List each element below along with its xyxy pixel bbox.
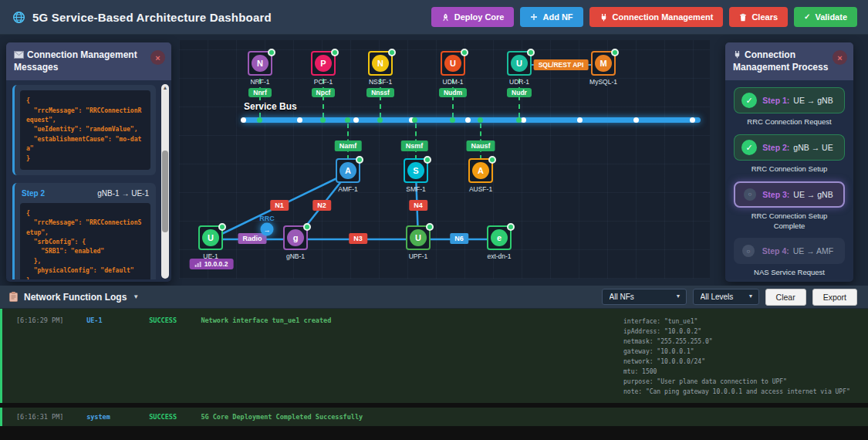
node-square-smf-1[interactable]: S: [404, 158, 428, 183]
scrollbar-up-arrow[interactable]: ▲: [161, 85, 169, 90]
node-label: AMF-1: [338, 185, 358, 193]
node-label: gNB-1: [286, 252, 305, 260]
status-dot: [426, 223, 434, 231]
page-title: 5G Service-Based Architecture Dashboard: [32, 11, 272, 24]
add-nf-button[interactable]: Add NF: [520, 7, 583, 27]
step-pending-icon: ○: [744, 188, 756, 201]
sql-rest-api-tag: SQL/REST API: [534, 59, 589, 70]
bus-endpoint-dot: [577, 117, 583, 123]
message-animation-dot: →: [261, 223, 274, 236]
log-source: UE-1: [86, 316, 145, 324]
bus-connection-dot: [412, 117, 417, 123]
node-square-nrf-1[interactable]: N: [248, 51, 272, 76]
network-topology-canvas[interactable]: Service Bus N NRF-1 Nnrf: [179, 40, 710, 279]
bus-endpoint-dot: [690, 117, 695, 123]
nsmf-tag: Nsmf: [401, 140, 428, 151]
bus-endpoint-dot: [521, 117, 526, 123]
node-square-upf-1[interactable]: U: [406, 225, 431, 250]
node-letter: U: [410, 229, 427, 246]
status-dot: [527, 49, 535, 56]
bus-endpoint-dot: [633, 117, 639, 123]
process-step-3-active[interactable]: ○ Step 3: UE → gNB: [734, 181, 845, 208]
node-square-pcf-1[interactable]: P: [311, 51, 336, 76]
export-logs-button[interactable]: Export: [812, 289, 857, 306]
validate-button[interactable]: ✓ Validate: [794, 7, 857, 27]
rocket-icon: [441, 13, 450, 22]
process-step-4[interactable]: ○ Step 4: UE → AMF: [734, 238, 845, 264]
check-icon: ✓: [804, 13, 810, 21]
node-letter: U: [444, 55, 461, 72]
connection-management-button[interactable]: Connection Management: [589, 7, 724, 27]
node-square-gnb-1[interactable]: g: [283, 225, 308, 250]
service-bus-label: Service Bus: [244, 101, 297, 112]
step-pending-icon: ○: [742, 245, 755, 257]
sbi-tag: Nnssf: [366, 88, 394, 97]
status-dot: [303, 223, 311, 231]
scrollbar-thumb[interactable]: [162, 151, 168, 232]
node-ue-1: U UE-1: [187, 225, 234, 260]
plus-icon: [530, 13, 538, 21]
node-label: UDM-1: [443, 78, 464, 86]
node-upf-1: U UPF-1: [395, 225, 441, 260]
level-filter-wrap: All Levels ▼: [693, 289, 759, 305]
process-panel-header: Connection Management Process ×: [725, 42, 853, 80]
messages-panel-body: { "rrcMessage": "RRCConnectionRequest", …: [6, 80, 171, 279]
connection-process-panel: Connection Management Process × ✓ Step 1…: [725, 42, 853, 282]
logs-area: [6:16:29 PM] UE-1 SUCCESS Network interf…: [0, 309, 868, 440]
log-details: interface: "tun_ue1" ipAddress: "10.0.0.…: [623, 316, 850, 397]
sbi-tag: Nudm: [439, 88, 467, 97]
node-letter: U: [511, 55, 528, 72]
step-label: Step 2:: [762, 143, 789, 152]
messages-scrollbar[interactable]: ▲: [161, 84, 169, 279]
bus-endpoint-dot: [297, 117, 302, 123]
log-message: Network interface tun_ue1 created: [201, 316, 331, 324]
node-label: NRF-1: [250, 78, 269, 86]
logs-title-wrap[interactable]: Network Function Logs ▼: [9, 292, 139, 303]
log-row: [6:16:31 PM] system SUCCESS 5G Core Depl…: [16, 413, 868, 421]
status-dot: [331, 49, 339, 56]
node-udr-1: U UDR-1 Nudr: [496, 51, 542, 97]
node-square-ue-1[interactable]: U: [198, 225, 223, 250]
node-square-udr-1[interactable]: U: [507, 51, 532, 76]
logs-collapse-caret[interactable]: ▼: [133, 293, 139, 300]
level-filter-select[interactable]: All Levels: [693, 289, 759, 305]
close-messages-panel-button[interactable]: ×: [150, 50, 165, 65]
node-square-ext-dn-1[interactable]: e: [487, 225, 512, 250]
log-entry[interactable]: [6:16:31 PM] system SUCCESS 5G Core Depl…: [0, 408, 868, 426]
status-dot: [507, 223, 515, 231]
step-done-icon: ✓: [741, 93, 757, 108]
node-square-ausf-1[interactable]: A: [468, 158, 493, 183]
message-card-step1: { "rrcMessage": "RRCConnectionRequest", …: [12, 85, 156, 175]
node-label: ext-dn-1: [487, 252, 511, 260]
nf-filter-select[interactable]: All NFs: [602, 289, 687, 305]
node-square-nssf-1[interactable]: N: [368, 51, 393, 76]
node-square-mysql-1[interactable]: M: [591, 51, 616, 76]
node-square-udm-1[interactable]: U: [441, 51, 465, 76]
node-gnb-1: g gNB-1: [272, 225, 319, 260]
bus-connection-dot: [516, 117, 522, 123]
message-step-label: Step 2: [22, 189, 45, 198]
deploy-core-button[interactable]: Deploy Core: [431, 7, 515, 27]
node-square-amf-1[interactable]: A: [336, 158, 360, 183]
close-process-panel-button[interactable]: ×: [833, 50, 847, 65]
status-dot: [388, 49, 396, 56]
bus-connection-dot: [377, 117, 383, 123]
process-step-1[interactable]: ✓ Step 1: UE → gNB: [734, 87, 845, 113]
step-route: UE → AMF: [793, 246, 834, 256]
status-dot: [424, 156, 431, 164]
node-letter: g: [287, 229, 304, 246]
log-level-badge: SUCCESS: [149, 316, 197, 324]
clear-logs-button[interactable]: Clear: [765, 289, 806, 306]
clears-button[interactable]: Clears: [729, 7, 788, 27]
connection-messages-panel: Connection Management Messages × { "rrcM…: [6, 42, 171, 282]
bus-connection-dot: [450, 117, 455, 123]
node-letter: N: [252, 55, 269, 72]
process-step-2[interactable]: ✓ Step 2: gNB → UE: [734, 134, 845, 161]
n6-interface-tag: N6: [450, 233, 468, 244]
log-entry[interactable]: [6:16:29 PM] UE-1 SUCCESS Network interf…: [0, 309, 868, 403]
log-timestamp: [6:16:31 PM]: [16, 413, 83, 421]
logs-header: Network Function Logs ▼ All NFs ▼ All Le…: [0, 286, 868, 309]
step-label: Step 1:: [762, 96, 789, 105]
bus-endpoint-dot: [241, 117, 246, 123]
clears-label: Clears: [751, 12, 778, 22]
